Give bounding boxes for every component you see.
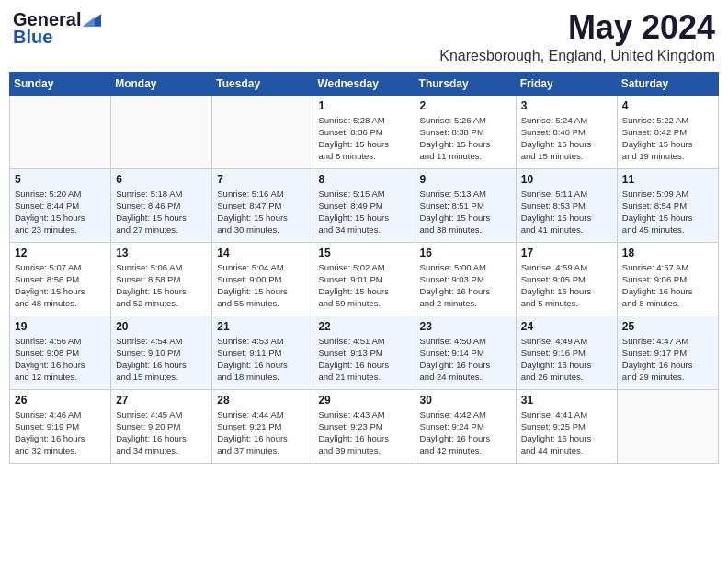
day-info: Sunrise: 4:43 AM Sunset: 9:23 PM Dayligh…: [318, 408, 409, 457]
calendar-week-row: 1Sunrise: 5:28 AM Sunset: 8:36 PM Daylig…: [10, 95, 719, 168]
day-number: 15: [318, 247, 409, 259]
day-number: 16: [420, 247, 511, 259]
day-info: Sunrise: 5:07 AM Sunset: 8:56 PM Dayligh…: [15, 261, 106, 310]
day-info: Sunrise: 4:57 AM Sunset: 9:06 PM Dayligh…: [622, 261, 713, 310]
day-info: Sunrise: 5:26 AM Sunset: 8:38 PM Dayligh…: [420, 114, 511, 163]
column-header-thursday: Thursday: [415, 72, 516, 95]
day-number: 21: [217, 320, 308, 333]
calendar-cell: 18Sunrise: 4:57 AM Sunset: 9:06 PM Dayli…: [617, 242, 718, 316]
svg-marker-1: [83, 17, 95, 26]
day-number: 7: [217, 173, 308, 186]
day-number: 6: [116, 173, 207, 186]
calendar-week-row: 26Sunrise: 4:46 AM Sunset: 9:19 PM Dayli…: [10, 389, 719, 463]
day-number: 19: [15, 320, 106, 333]
calendar-cell: 6Sunrise: 5:18 AM Sunset: 8:46 PM Daylig…: [111, 168, 212, 242]
calendar-cell: [212, 95, 313, 168]
calendar-cell: [111, 95, 212, 168]
calendar-cell: 31Sunrise: 4:41 AM Sunset: 9:25 PM Dayli…: [516, 389, 617, 463]
calendar-cell: 23Sunrise: 4:50 AM Sunset: 9:14 PM Dayli…: [415, 316, 516, 389]
calendar-cell: 30Sunrise: 4:42 AM Sunset: 9:24 PM Dayli…: [415, 389, 516, 463]
calendar-cell: 13Sunrise: 5:06 AM Sunset: 8:58 PM Dayli…: [111, 242, 212, 316]
day-number: 24: [521, 320, 612, 333]
calendar-cell: 12Sunrise: 5:07 AM Sunset: 8:56 PM Dayli…: [10, 242, 111, 316]
calendar-cell: 9Sunrise: 5:13 AM Sunset: 8:51 PM Daylig…: [415, 168, 516, 242]
calendar-cell: 28Sunrise: 4:44 AM Sunset: 9:21 PM Dayli…: [212, 389, 313, 463]
day-info: Sunrise: 4:53 AM Sunset: 9:11 PM Dayligh…: [217, 335, 308, 384]
day-number: 5: [15, 173, 106, 186]
calendar-cell: 24Sunrise: 4:49 AM Sunset: 9:16 PM Dayli…: [516, 316, 617, 389]
day-number: 10: [521, 173, 612, 186]
day-number: 2: [420, 99, 511, 112]
day-info: Sunrise: 4:59 AM Sunset: 9:05 PM Dayligh…: [521, 261, 612, 310]
day-number: 17: [521, 247, 612, 259]
day-number: 20: [116, 320, 207, 333]
day-number: 22: [318, 320, 409, 333]
calendar-cell: 25Sunrise: 4:47 AM Sunset: 9:17 PM Dayli…: [617, 316, 718, 389]
day-number: 29: [318, 394, 409, 407]
day-info: Sunrise: 5:15 AM Sunset: 8:49 PM Dayligh…: [318, 188, 409, 236]
calendar-cell: 22Sunrise: 4:51 AM Sunset: 9:13 PM Dayli…: [313, 316, 415, 389]
day-number: 14: [217, 247, 308, 259]
day-number: 31: [521, 394, 612, 407]
day-number: 25: [622, 320, 713, 333]
column-header-monday: Monday: [111, 72, 212, 95]
day-number: 18: [622, 247, 713, 259]
day-number: 30: [420, 394, 511, 407]
calendar-week-row: 19Sunrise: 4:56 AM Sunset: 9:08 PM Dayli…: [10, 316, 719, 389]
day-info: Sunrise: 5:06 AM Sunset: 8:58 PM Dayligh…: [116, 261, 207, 310]
logo-blue-text: Blue: [13, 27, 52, 48]
calendar-cell: 5Sunrise: 5:20 AM Sunset: 8:44 PM Daylig…: [10, 168, 111, 242]
day-info: Sunrise: 4:42 AM Sunset: 9:24 PM Dayligh…: [420, 408, 511, 457]
calendar-cell: [617, 389, 718, 463]
column-header-tuesday: Tuesday: [212, 72, 313, 95]
day-info: Sunrise: 5:00 AM Sunset: 9:03 PM Dayligh…: [420, 261, 511, 310]
day-info: Sunrise: 4:54 AM Sunset: 9:10 PM Dayligh…: [116, 335, 207, 384]
day-info: Sunrise: 4:47 AM Sunset: 9:17 PM Dayligh…: [622, 335, 713, 384]
calendar-cell: 27Sunrise: 4:45 AM Sunset: 9:20 PM Dayli…: [111, 389, 212, 463]
day-number: 26: [15, 394, 106, 407]
day-info: Sunrise: 5:11 AM Sunset: 8:53 PM Dayligh…: [521, 188, 612, 236]
day-number: 23: [420, 320, 511, 333]
calendar-cell: 29Sunrise: 4:43 AM Sunset: 9:23 PM Dayli…: [313, 389, 415, 463]
logo-icon: [83, 14, 101, 27]
calendar-cell: 1Sunrise: 5:28 AM Sunset: 8:36 PM Daylig…: [313, 95, 415, 168]
day-info: Sunrise: 5:16 AM Sunset: 8:47 PM Dayligh…: [217, 188, 308, 236]
calendar-cell: 20Sunrise: 4:54 AM Sunset: 9:10 PM Dayli…: [111, 316, 212, 389]
day-info: Sunrise: 5:09 AM Sunset: 8:54 PM Dayligh…: [622, 188, 713, 236]
logo: General Blue: [13, 9, 101, 48]
day-info: Sunrise: 4:56 AM Sunset: 9:08 PM Dayligh…: [15, 335, 106, 384]
day-info: Sunrise: 5:22 AM Sunset: 8:42 PM Dayligh…: [622, 114, 713, 163]
day-info: Sunrise: 4:50 AM Sunset: 9:14 PM Dayligh…: [420, 335, 511, 384]
day-number: 8: [318, 173, 409, 186]
column-header-sunday: Sunday: [10, 72, 111, 95]
calendar-week-row: 5Sunrise: 5:20 AM Sunset: 8:44 PM Daylig…: [10, 168, 719, 242]
day-number: 12: [15, 247, 106, 259]
calendar-cell: 8Sunrise: 5:15 AM Sunset: 8:49 PM Daylig…: [313, 168, 415, 242]
calendar-header-row: SundayMondayTuesdayWednesdayThursdayFrid…: [10, 72, 719, 95]
day-info: Sunrise: 5:04 AM Sunset: 9:00 PM Dayligh…: [217, 261, 308, 310]
day-number: 9: [420, 173, 511, 186]
day-info: Sunrise: 5:02 AM Sunset: 9:01 PM Dayligh…: [318, 261, 409, 310]
column-header-friday: Friday: [516, 72, 617, 95]
month-title: May 2024: [439, 9, 715, 46]
calendar-cell: 14Sunrise: 5:04 AM Sunset: 9:00 PM Dayli…: [212, 242, 313, 316]
column-header-wednesday: Wednesday: [313, 72, 415, 95]
day-info: Sunrise: 4:51 AM Sunset: 9:13 PM Dayligh…: [318, 335, 409, 384]
day-info: Sunrise: 4:41 AM Sunset: 9:25 PM Dayligh…: [521, 408, 612, 457]
day-info: Sunrise: 5:20 AM Sunset: 8:44 PM Dayligh…: [15, 188, 106, 236]
page-header: General Blue May 2024 Knaresborough, Eng…: [9, 9, 719, 64]
calendar-cell: 15Sunrise: 5:02 AM Sunset: 9:01 PM Dayli…: [313, 242, 415, 316]
day-number: 3: [521, 99, 612, 112]
day-info: Sunrise: 4:49 AM Sunset: 9:16 PM Dayligh…: [521, 335, 612, 384]
calendar-cell: 19Sunrise: 4:56 AM Sunset: 9:08 PM Dayli…: [10, 316, 111, 389]
column-header-saturday: Saturday: [617, 72, 718, 95]
calendar-cell: 11Sunrise: 5:09 AM Sunset: 8:54 PM Dayli…: [617, 168, 718, 242]
day-info: Sunrise: 5:24 AM Sunset: 8:40 PM Dayligh…: [521, 114, 612, 163]
calendar-table: SundayMondayTuesdayWednesdayThursdayFrid…: [9, 72, 719, 464]
calendar-cell: 10Sunrise: 5:11 AM Sunset: 8:53 PM Dayli…: [516, 168, 617, 242]
calendar-cell: 17Sunrise: 4:59 AM Sunset: 9:05 PM Dayli…: [516, 242, 617, 316]
day-number: 1: [318, 99, 409, 112]
calendar-cell: 7Sunrise: 5:16 AM Sunset: 8:47 PM Daylig…: [212, 168, 313, 242]
calendar-cell: 3Sunrise: 5:24 AM Sunset: 8:40 PM Daylig…: [516, 95, 617, 168]
day-number: 13: [116, 247, 207, 259]
